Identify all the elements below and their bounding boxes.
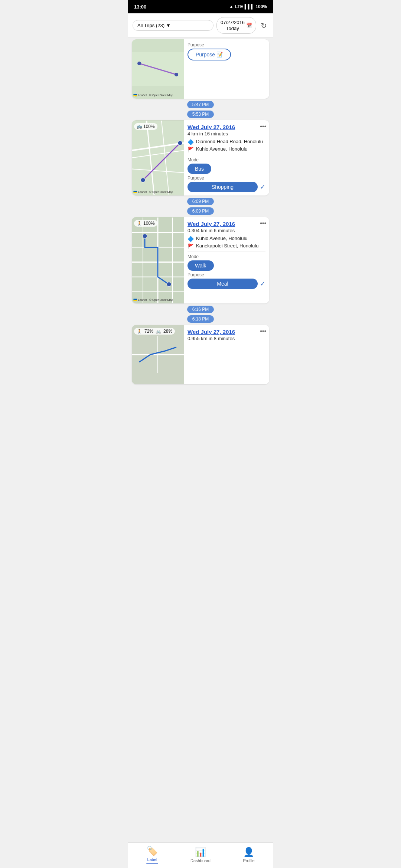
purpose-label-1: Purpose (188, 42, 265, 47)
bus-icon: 🚌 (137, 124, 142, 129)
confidence-percent-3: 100% (143, 221, 155, 226)
trip-menu-2[interactable]: ••• (260, 123, 266, 130)
trip-origin-3: 🔷 Kuhio Avenue, Honolulu (188, 236, 265, 242)
map-svg-3 (132, 217, 184, 303)
origin-text-3: Kuhio Avenue, Honolulu (196, 236, 248, 241)
leaflet-attribution-2: 🇺🇦 Leaflet | © OpenStreetMap (133, 190, 173, 194)
transport-badge-2: 🚌 100% (134, 123, 157, 130)
svg-rect-4 (132, 121, 184, 195)
trip-origin-2: 🔷 Diamond Head Road, Honolulu (188, 139, 265, 145)
trip-duration-4: 0.955 km in 8 minutes (188, 336, 265, 341)
walk-icon-4: 🚶 (137, 329, 142, 334)
trip-dest-3: 🚩 Kanekapolei Street, Honolulu (188, 243, 265, 249)
trip-duration-2: 4 km in 16 minutes (188, 131, 265, 137)
divider-3 (188, 251, 265, 252)
svg-point-11 (178, 141, 182, 145)
dest-icon-3: 🚩 (188, 243, 194, 249)
date-value: 07/27/2016 (221, 20, 245, 26)
time-bubble-618pm: 6:18 PM (128, 315, 273, 323)
svg-point-10 (141, 178, 145, 183)
trip-dest-2: 🚩 Kuhio Avenue, Honolulu (188, 146, 265, 152)
trip-menu-4[interactable]: ••• (260, 328, 266, 335)
time-bubble-547pm: 5:47 PM (128, 101, 273, 108)
trip-menu-3[interactable]: ••• (260, 220, 266, 227)
refresh-button[interactable]: ↻ (259, 20, 268, 32)
trip-card-4: 🚶 72% 🚲 28% ••• Wed July 27, 2016 0.955 … (132, 325, 269, 384)
mode-button-2[interactable]: Bus (188, 164, 211, 174)
purpose-button-1[interactable]: Purpose 📝 (188, 49, 231, 60)
svg-point-21 (143, 234, 147, 239)
map-svg-2 (132, 120, 184, 195)
time-bubble-553pm: 5:53 PM (128, 111, 273, 118)
purpose-label-3: Purpose (188, 272, 265, 277)
confidence-percent-2: 100% (143, 124, 155, 129)
svg-point-22 (167, 282, 171, 287)
battery-label: 100% (255, 4, 267, 9)
trip-date-4[interactable]: Wed July 27, 2016 (188, 329, 257, 335)
filter-label: All Trips (23) (137, 23, 164, 28)
checkmark-2: ✓ (260, 183, 265, 191)
trip-info-2: ••• Wed July 27, 2016 4 km in 16 minutes… (184, 120, 269, 195)
wifi-icon: ▲ (229, 4, 234, 9)
map-svg-1 (132, 39, 184, 99)
date-picker-button[interactable]: 07/27/2016 Today 📅 (216, 17, 256, 34)
dest-icon-2: 🚩 (188, 147, 194, 152)
date-sublabel: Today (226, 26, 239, 32)
svg-point-3 (175, 73, 178, 76)
trip-info-3: ••• Wed July 27, 2016 0.304 km in 6 minu… (184, 217, 269, 303)
trips-scroll-container: 🇺🇦 Leaflet | © OpenStreetMap Purpose Pur… (128, 38, 273, 412)
chevron-down-icon: ▼ (166, 23, 171, 28)
transport-badge-4: 🚶 72% 🚲 28% (134, 328, 175, 335)
dest-text-2: Kuhio Avenue, Honolulu (196, 146, 248, 152)
origin-icon-3: 🔷 (188, 236, 194, 242)
trip-date-3[interactable]: Wed July 27, 2016 (188, 221, 257, 227)
trip-map-3: 🚶 100% 🇺🇦 Leaflet | © OpenS (132, 217, 184, 303)
purpose-label-2: Purpose (188, 175, 265, 181)
purpose-button-2[interactable]: Shopping (188, 182, 258, 192)
purpose-row-3: Meal ✓ (188, 279, 265, 289)
leaflet-attribution-3: 🇺🇦 Leaflet | © OpenStreetMap (133, 298, 173, 302)
refresh-icon: ↻ (261, 22, 267, 30)
trip-info-1: Purpose Purpose 📝 (184, 39, 269, 99)
transport-badge-3: 🚶 100% (134, 220, 157, 227)
header: All Trips (23) ▼ 07/27/2016 Today 📅 ↻ (128, 13, 273, 38)
status-time: 13:00 (134, 4, 146, 10)
status-icons: ▲ LTE ▌▌▌ 100% (229, 4, 267, 9)
time-bubble-609pm-2: 6:09 PM (128, 207, 273, 215)
dest-text-3: Kanekapolei Street, Honolulu (196, 243, 258, 249)
mode-label-2: Mode (188, 157, 265, 162)
svg-point-2 (137, 62, 141, 65)
trip-map-4: 🚶 72% 🚲 28% (132, 325, 184, 384)
walk-icon: 🚶 (137, 221, 142, 226)
filter-button[interactable]: All Trips (23) ▼ (133, 20, 213, 31)
calendar-icon: 📅 (246, 23, 252, 28)
lte-label: LTE (235, 4, 243, 9)
trip-card-2: 🚌 100% 🇺🇦 Leaflet | © OpenStreetMap (132, 120, 269, 195)
purpose-row-2: Shopping ✓ (188, 182, 265, 192)
checkmark-3: ✓ (260, 280, 265, 288)
date-display: 07/27/2016 Today (221, 20, 245, 31)
mode-button-3[interactable]: Walk (188, 260, 214, 271)
mode-label-3: Mode (188, 254, 265, 259)
trip-card-1: 🇺🇦 Leaflet | © OpenStreetMap Purpose Pur… (132, 39, 269, 99)
purpose-button-3[interactable]: Meal (188, 279, 258, 289)
walk-percent-4: 72% (144, 329, 153, 334)
trip-card-3: 🚶 100% 🇺🇦 Leaflet | © OpenS (132, 217, 269, 303)
trip-date-2[interactable]: Wed July 27, 2016 (188, 124, 257, 130)
trip-map-2: 🚌 100% 🇺🇦 Leaflet | © OpenStreetMap (132, 120, 184, 195)
origin-icon-2: 🔷 (188, 139, 194, 145)
divider-2 (188, 155, 265, 155)
signal-icon: ▌▌▌ (245, 4, 254, 9)
time-bubble-609pm-1: 6:09 PM (128, 198, 273, 205)
trip-duration-3: 0.304 km in 6 minutes (188, 228, 265, 233)
status-bar: 13:00 ▲ LTE ▌▌▌ 100% (128, 0, 273, 13)
trip-info-4: ••• Wed July 27, 2016 0.955 km in 8 minu… (184, 325, 269, 384)
bike-percent-4: 28% (163, 329, 172, 334)
bike-icon-4: 🚲 (156, 329, 161, 334)
time-bubble-616pm: 6:16 PM (128, 306, 273, 313)
leaflet-attribution-1: 🇺🇦 Leaflet | © OpenStreetMap (133, 93, 173, 97)
trip-map-1: 🇺🇦 Leaflet | © OpenStreetMap (132, 39, 184, 99)
origin-text-2: Diamond Head Road, Honolulu (196, 139, 263, 144)
